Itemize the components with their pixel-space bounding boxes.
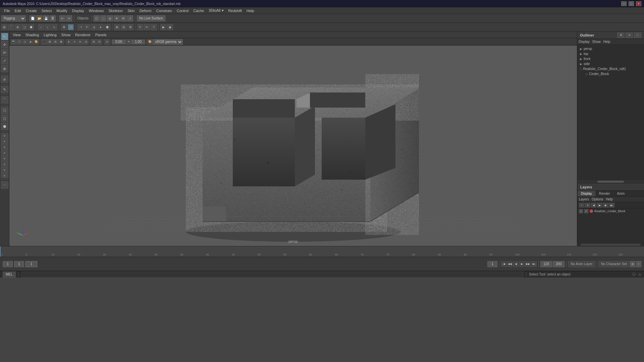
- soft-mod-tool[interactable]: ⌀: [1, 75, 8, 83]
- color-space-select[interactable]: sRGB gamma Linear: [153, 39, 183, 45]
- outliner-menu-help[interactable]: Help: [603, 40, 610, 44]
- skin-button[interactable]: ⬟: [104, 24, 110, 30]
- layers-prev-button[interactable]: ◀: [591, 203, 596, 207]
- vp-view2-button[interactable]: ⊞: [47, 39, 52, 45]
- outliner-settings-button[interactable]: ⚙: [617, 33, 625, 38]
- move-tool[interactable]: ✛: [1, 41, 8, 48]
- poly-tool-1[interactable]: ⬡: [1, 107, 8, 114]
- move-tool-button[interactable]: ✛: [114, 15, 120, 21]
- menu-modify[interactable]: Modify: [54, 8, 69, 13]
- vp-wireframe-button[interactable]: ⬡: [16, 39, 22, 45]
- outliner-item-top[interactable]: ▶ top: [577, 51, 644, 56]
- layer-v-check[interactable]: V: [579, 209, 583, 213]
- command-input[interactable]: [21, 272, 523, 278]
- timeline-ruler[interactable]: 1 5 10 15 20 25 30 35 40 45 50 55 60 65 …: [0, 246, 644, 257]
- save-scene-button[interactable]: 💾: [43, 15, 49, 21]
- vp-paint-button[interactable]: 🎨: [34, 39, 39, 45]
- layers-sub-options[interactable]: Options: [592, 197, 603, 201]
- scale-tool[interactable]: ⤢: [1, 57, 8, 64]
- vp-isolate-button[interactable]: ◎: [83, 39, 89, 45]
- rotate-tool[interactable]: ⟳: [1, 49, 8, 56]
- char-set-add-button[interactable]: +: [636, 261, 641, 267]
- outliner-content[interactable]: ▶ persp ▶ top ▶ front ▶ side □ Realistic…: [577, 45, 644, 114]
- redo-button[interactable]: ↪: [66, 15, 72, 21]
- menu-constrain[interactable]: Constrain: [154, 8, 174, 13]
- viewport-3d[interactable]: persp X Y Z: [9, 46, 577, 246]
- minimize-button[interactable]: —: [621, 1, 627, 6]
- vp-exposure-toggle[interactable]: ☀: [126, 39, 131, 45]
- poly-tool-2[interactable]: ◻: [1, 115, 8, 122]
- curve-settings-button[interactable]: ⚙: [127, 24, 133, 30]
- layer-vis-4[interactable]: ≡: [1, 150, 8, 156]
- outliner-expand-button[interactable]: □: [634, 33, 641, 38]
- menu-cache[interactable]: Cache: [191, 8, 206, 13]
- close-button[interactable]: ✕: [636, 1, 641, 6]
- layer-vis-8[interactable]: ≡: [1, 173, 8, 178]
- outliner-item-persp[interactable]: ▶ persp: [577, 46, 644, 51]
- exposure-input[interactable]: 0.00: [112, 40, 125, 44]
- vp-smooth-button[interactable]: ◻: [22, 39, 28, 45]
- outliner-item-realistic-cinder[interactable]: □ Realistic_Cinder_Block_ndt1: [577, 66, 644, 71]
- universal-manip[interactable]: ⊕: [1, 65, 8, 72]
- curve-remove-button[interactable]: ⊟: [121, 24, 127, 30]
- outliner-menu-show[interactable]: Show: [592, 40, 601, 44]
- vp-res-gate-button[interactable]: ⊟: [91, 39, 96, 45]
- rotate-pivot-button[interactable]: ↕: [45, 24, 51, 30]
- layers-next-button[interactable]: ▶: [597, 203, 602, 207]
- paint-blend-button[interactable]: ✏: [144, 24, 150, 30]
- render-preview-button[interactable]: ▶: [160, 24, 166, 30]
- menu-file[interactable]: File: [2, 8, 12, 13]
- menu-deform[interactable]: Deform: [138, 8, 154, 13]
- range-start-input[interactable]: [487, 261, 497, 267]
- outliner-scroll[interactable]: [577, 180, 644, 183]
- vp-xray-button[interactable]: ⊙: [104, 39, 110, 45]
- maximize-button[interactable]: □: [629, 1, 634, 6]
- layers-tab-anim[interactable]: Anim: [614, 191, 629, 196]
- viewport-menu-view[interactable]: View: [11, 32, 23, 38]
- transform-button[interactable]: ⟐: [68, 24, 74, 30]
- vp-subdiv-button[interactable]: ◈: [28, 39, 33, 45]
- paint-select-button[interactable]: ◎: [107, 15, 113, 21]
- layers-tab-render[interactable]: Render: [596, 191, 614, 196]
- soft-mod-button[interactable]: ⌀: [91, 24, 97, 30]
- rotate-tool-button[interactable]: ⟳: [120, 15, 126, 21]
- viewport-menu-lighting[interactable]: Lighting: [42, 32, 59, 38]
- outliner-item-cinder-block[interactable]: ◇ Cinder_Block: [577, 71, 644, 76]
- transport-prev-frame-button[interactable]: ◀: [513, 261, 519, 267]
- mode-select[interactable]: Rigging Animation Polygons Rendering: [1, 15, 26, 21]
- manipulator-button[interactable]: ✜: [61, 24, 67, 30]
- layers-tab-display[interactable]: Display: [578, 191, 596, 196]
- layers-sub-help[interactable]: Help: [606, 197, 613, 201]
- vp-camera-button[interactable]: 📷: [11, 39, 16, 45]
- outliner-item-front[interactable]: ▶ front: [577, 56, 644, 61]
- paint-weights-button[interactable]: ✎: [137, 24, 143, 30]
- mirror-button[interactable]: ⊣: [77, 24, 84, 30]
- vp-view3-button[interactable]: ⊟: [53, 39, 58, 45]
- menu-create[interactable]: Create: [24, 8, 39, 13]
- layer-vis-5[interactable]: ≡: [1, 156, 8, 161]
- snap-curve-button[interactable]: ⌒: [8, 24, 14, 30]
- menu-windows[interactable]: Windows: [87, 8, 106, 13]
- layer-p-check[interactable]: P: [584, 209, 588, 213]
- current-frame-input-2[interactable]: 1: [14, 261, 24, 267]
- menu-edit[interactable]: Edit: [13, 8, 23, 13]
- poly-tool-3[interactable]: ⬢: [1, 123, 8, 130]
- max-frame-input[interactable]: [553, 261, 565, 267]
- layer-vis-2[interactable]: ≡: [1, 139, 8, 144]
- vp-color-space-btn[interactable]: 🎨: [147, 39, 153, 45]
- menu-3dtoall[interactable]: 3DtoAll ▾: [207, 8, 226, 13]
- vp-film-gate-button[interactable]: ⊡: [97, 39, 102, 45]
- menu-redshift[interactable]: Redshift: [226, 8, 244, 13]
- lasso-select-button[interactable]: ◌: [100, 15, 106, 21]
- wire-deform-button[interactable]: ⌗: [151, 24, 157, 30]
- char-set-menu-button[interactable]: ⚙: [630, 261, 635, 267]
- save-as-button[interactable]: 🗄: [50, 15, 56, 21]
- menu-select[interactable]: Select: [40, 8, 54, 13]
- vp-view4-button[interactable]: ⊠: [58, 39, 64, 45]
- frame-box-input[interactable]: [27, 262, 36, 266]
- layers-end-button[interactable]: ▶|: [609, 203, 614, 207]
- vp-view1-button[interactable]: ⬛: [41, 39, 47, 45]
- vp-aa-button[interactable]: A: [66, 39, 71, 45]
- viewport-menu-panels[interactable]: Panels: [93, 32, 109, 38]
- curve-add-button[interactable]: ⊞: [114, 24, 120, 30]
